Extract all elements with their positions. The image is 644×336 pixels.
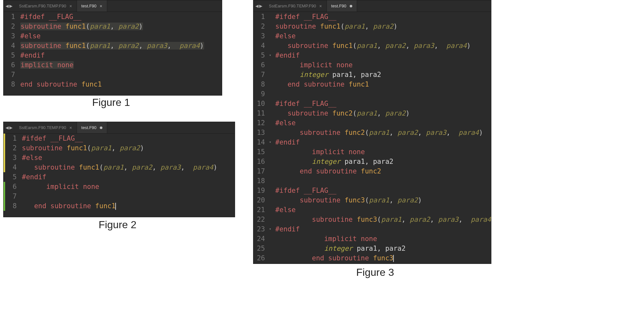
code-area[interactable]: 12345678 #ifdef __FLAG__subroutine func1… [4, 134, 235, 217]
code-line[interactable]: subroutine func1(para1, para2, para3, pa… [275, 41, 491, 51]
code-line[interactable]: #else [275, 31, 491, 41]
code-line[interactable] [22, 191, 235, 201]
tab-active[interactable]: test.F90 [327, 0, 357, 12]
close-icon[interactable]: × [100, 4, 102, 8]
line-number: 14 [253, 137, 265, 147]
close-icon[interactable]: × [69, 4, 72, 8]
fold-toggle-icon[interactable]: ▾ [268, 51, 273, 60]
code-line[interactable] [275, 89, 491, 99]
code-line[interactable]: implicit none [275, 147, 491, 157]
code-line[interactable]: end subroutine func3 [275, 253, 491, 263]
line-number-gutter: 12345678 [4, 12, 18, 95]
code-lines[interactable]: #ifdef __FLAG__subroutine func1(para1, p… [273, 12, 491, 264]
fold-spacer [268, 166, 273, 176]
code-line[interactable]: end subroutine func1 [275, 79, 491, 89]
code-line[interactable]: subroutine func1(para1, para2) [275, 22, 491, 31]
code-line[interactable]: integer para1, para2 [275, 244, 491, 253]
line-number: 18 [253, 176, 265, 186]
dirty-indicator-icon [350, 5, 352, 7]
code-area[interactable]: 1234567891011121314151617181920212223242… [253, 12, 491, 264]
line-number: 7 [253, 70, 265, 79]
fold-spacer [268, 195, 273, 205]
code-line[interactable]: subroutine func2(para1, para2, para3, pa… [275, 128, 491, 137]
tab-inactive[interactable]: SstEarsm.F90.TEMP.F90 × [14, 0, 77, 12]
code-line[interactable]: #endif [275, 51, 491, 60]
tab-nav-next-icon[interactable]: ▶ [259, 4, 262, 8]
code-line[interactable]: integer para1, para2 [275, 70, 491, 79]
line-number: 17 [253, 166, 265, 176]
tab-label: test.F90 [331, 4, 346, 8]
caption-fig3: Figure 3 [351, 266, 399, 278]
fold-spacer [268, 60, 273, 70]
fold-toggle-icon[interactable]: ▾ [268, 137, 273, 147]
fold-spacer [268, 41, 273, 51]
code-area[interactable]: 12345678 #ifdef __FLAG__subroutine func1… [4, 12, 222, 95]
code-line[interactable] [275, 176, 491, 186]
code-line[interactable]: implicit none [20, 60, 222, 70]
tab-active[interactable]: test.F90 × [77, 0, 107, 12]
code-line[interactable]: #else [275, 205, 491, 215]
tab-nav-arrows[interactable]: ◀ ▶ [253, 4, 264, 8]
code-lines[interactable]: #ifdef __FLAG__subroutine func1(para1, p… [19, 134, 235, 217]
line-number: 16 [253, 157, 265, 166]
code-line[interactable]: implicit none [22, 182, 235, 191]
code-line[interactable]: subroutine func1(para1, para2, para3, pa… [20, 41, 222, 51]
fold-spacer [268, 79, 273, 89]
fold-spacer [268, 108, 273, 118]
close-icon[interactable]: × [69, 126, 72, 130]
code-line[interactable]: #endif [22, 172, 235, 182]
fold-spacer [268, 128, 273, 137]
close-icon[interactable]: × [319, 4, 322, 8]
code-line[interactable]: #endif [275, 137, 491, 147]
code-line[interactable]: subroutine func3(para1, para2) [275, 195, 491, 205]
code-line[interactable]: #endif [275, 224, 491, 234]
tab-inactive[interactable]: SstEarsm.F90.TEMP.F90 × [14, 122, 77, 133]
code-line[interactable]: end subroutine func1 [22, 201, 235, 211]
code-line[interactable]: #ifdef __FLAG__ [275, 186, 491, 195]
line-number: 10 [253, 99, 265, 108]
line-number: 22 [253, 215, 265, 224]
tab-nav-next-icon[interactable]: ▶ [9, 125, 13, 130]
tab-inactive[interactable]: SstEarsm.F90.TEMP.F90 × [264, 0, 327, 12]
tab-nav-arrows[interactable]: ◀ ▶ [4, 4, 14, 8]
fold-spacer [268, 31, 273, 41]
code-line[interactable]: subroutine func1(para1, para2, para3, pa… [22, 163, 235, 172]
line-number: 5 [253, 51, 265, 60]
tab-label: SstEarsm.F90.TEMP.F90 [19, 4, 66, 8]
code-line[interactable]: #else [20, 31, 222, 41]
tab-nav-prev-icon[interactable]: ◀ [5, 125, 9, 130]
line-number: 5 [4, 51, 15, 60]
code-line[interactable]: #else [275, 118, 491, 128]
fold-toggle-icon[interactable]: ▾ [268, 224, 273, 234]
code-line[interactable]: #ifdef __FLAG__ [275, 99, 491, 108]
code-line[interactable]: integer para1, para2 [275, 157, 491, 166]
code-line[interactable]: #ifdef __FLAG__ [275, 12, 491, 22]
fold-spacer [268, 70, 273, 79]
fold-spacer [268, 89, 273, 99]
editor-panel-fig1: ◀ ▶ SstEarsm.F90.TEMP.F90 × test.F90 × 1… [3, 0, 222, 96]
code-line[interactable]: #endif [20, 51, 222, 60]
code-line[interactable]: #else [22, 153, 235, 163]
fold-spacer [268, 176, 273, 186]
code-line[interactable]: #ifdef __FLAG__ [20, 12, 222, 22]
code-line[interactable]: end subroutine func2 [275, 166, 491, 176]
code-line[interactable]: subroutine func3(para1, para2, para3, pa… [275, 215, 491, 224]
fold-spacer [268, 244, 273, 253]
code-line[interactable]: subroutine func1(para1, para2) [20, 22, 222, 31]
line-number: 2 [253, 22, 265, 31]
code-line[interactable]: implicit none [275, 234, 491, 244]
code-line[interactable]: subroutine func1(para1, para2) [22, 143, 235, 153]
tab-nav-prev-icon[interactable]: ◀ [255, 4, 259, 8]
tab-nav-prev-icon[interactable]: ◀ [5, 4, 9, 8]
code-line[interactable]: subroutine func2(para1, para2) [275, 108, 491, 118]
code-line[interactable]: implicit none [275, 60, 491, 70]
code-lines[interactable]: #ifdef __FLAG__subroutine func1(para1, p… [18, 12, 222, 95]
code-line[interactable] [20, 70, 222, 79]
tab-active[interactable]: test.F90 [77, 122, 107, 133]
code-line[interactable]: end subroutine func1 [20, 79, 222, 89]
fold-spacer [268, 118, 273, 128]
line-number: 4 [5, 163, 17, 172]
tab-nav-arrows[interactable]: ◀ ▶ [4, 125, 14, 130]
tab-nav-next-icon[interactable]: ▶ [9, 4, 13, 8]
code-line[interactable]: #ifdef __FLAG__ [22, 134, 235, 143]
